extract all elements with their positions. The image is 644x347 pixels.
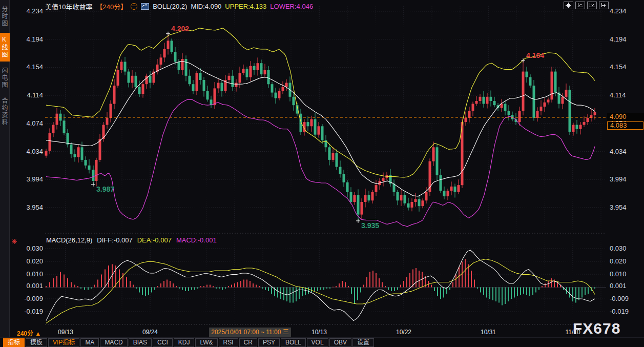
price-axis-label: 3.954 [610, 204, 640, 211]
date-label: 09/13 [58, 329, 73, 336]
price-axis-label: 4.194 [610, 36, 640, 43]
axis-shift-icon[interactable] [599, 2, 609, 9]
boll-mid-value: MID:4.090 [191, 3, 221, 10]
price-axis-label: 4.074 [20, 120, 43, 127]
price-axis-label: 4.194 [20, 36, 43, 43]
price-axis-label: 3.994 [20, 176, 43, 183]
boll-upper-value: UPPER:4.133 [225, 3, 266, 10]
chart-type-sidebar: 分时图K线图闪电图合约资料 [0, 0, 10, 337]
price-axis-label: 3.954 [20, 204, 43, 211]
instrument-title: 美债10年收益率 [45, 2, 92, 11]
time-axis: 240分 ▲ 2025/10/01 07:00 ~ 11:00 三 09/130… [10, 328, 644, 337]
trading-terminal: 3.9874.2023.9354.164 分时图K线图闪电图合约资料 美债10年… [0, 0, 644, 347]
extreme-marker: 4.202 [166, 25, 189, 36]
timeframe-label[interactable]: 240分 ▲ [17, 329, 41, 337]
macd-axis-label: -0.019 [20, 308, 43, 315]
macd-axis-label: 0.030 [20, 245, 43, 252]
date-label: 10/22 [396, 329, 411, 336]
boll-label: BOLL(20,2) [153, 3, 187, 10]
date-label: 10/31 [481, 329, 496, 336]
price-axis-label: 4.114 [610, 92, 640, 99]
toolbar-button-LW&[interactable]: LW& [195, 338, 217, 347]
chart-header: 美债10年收益率 【240分】 BOLL(20,2) MID:4.090 UPP… [45, 2, 313, 10]
price-axis-label: 4.154 [610, 64, 640, 71]
settings-circle-icon[interactable] [131, 3, 137, 10]
svg-text:4.164: 4.164 [526, 51, 544, 59]
macd-axis-label: 0.030 [610, 245, 640, 252]
toolbar-button-KDJ[interactable]: KDJ [174, 338, 195, 347]
chart-canvas[interactable]: 3.9874.2023.9354.164 [0, 0, 644, 347]
macd-label: MACD(26,12,9) [46, 236, 92, 244]
chart-tool-icons [564, 2, 609, 9]
price-axis-label: 4.034 [610, 148, 640, 155]
svg-text:3.987: 3.987 [96, 185, 114, 193]
selected-candle-time: 2025/10/01 07:00 ~ 11:00 三 [209, 328, 291, 337]
macd-axis-label: -0.019 [610, 308, 640, 315]
sidebar-tab-3[interactable]: 合约资料 [0, 94, 10, 129]
macd-header: MACD(26,12,9) DIFF:-0.007 DEA:-0.007 MAC… [46, 236, 217, 244]
macd-diff-value: DIFF:-0.007 [97, 236, 132, 244]
mini-chart-icon[interactable] [141, 3, 149, 10]
period-label[interactable]: 【240分】 [96, 2, 127, 11]
extreme-marker: 3.987 [91, 182, 114, 193]
crosshair-icon[interactable] [564, 2, 573, 9]
boll-lower-value: LOWER:4.046 [270, 3, 313, 10]
svg-text:3.935: 3.935 [361, 221, 379, 230]
macd-dea-value: DEA:-0.007 [137, 236, 172, 244]
macd-axis-label: 0.020 [20, 258, 43, 265]
price-axis-label: 4.234 [20, 8, 43, 15]
sidebar-tab-0[interactable]: 分时图 [0, 3, 10, 30]
candlesticks [45, 34, 596, 221]
price-axis-label: 4.234 [610, 8, 640, 15]
macd-axis-label: -0.009 [20, 295, 43, 302]
toolbar-button-BOLL[interactable]: BOLL [281, 338, 306, 347]
macd-axis-label: 0.001 [20, 282, 43, 290]
extreme-marker: 4.164 [521, 51, 544, 63]
toolbar-button-CCI[interactable]: CCI [153, 338, 173, 347]
toolbar-button-RSI[interactable]: RSI [219, 338, 238, 347]
macd-axis-label: 0.010 [20, 271, 43, 278]
price-axis-label: 4.114 [20, 92, 43, 99]
axis-fit-left-icon[interactable] [575, 2, 585, 9]
date-label: 09/24 [142, 329, 158, 336]
toolbar-button-设置[interactable]: 设置 [352, 338, 374, 347]
toolbar-button-MACD[interactable]: MACD [100, 338, 127, 347]
macd-axis-label: 0.010 [610, 271, 640, 278]
price-axis-label: 4.034 [20, 148, 43, 155]
toolbar-button-VOL[interactable]: VOL [307, 338, 328, 347]
quote-price-box: 4.083 [607, 121, 643, 130]
macd-axis-label: -0.009 [610, 295, 640, 302]
toolbar-button-PSY[interactable]: PSY [258, 338, 280, 347]
toolbar-button-模板[interactable]: 模板 [26, 338, 47, 347]
toolbar-button-指标[interactable]: 指标 [3, 338, 25, 347]
svg-text:4.202: 4.202 [171, 25, 189, 33]
toolbar-button-VIP指标[interactable]: VIP指标 [48, 338, 79, 347]
macd-axis-label: 0.020 [610, 258, 640, 265]
price-axis-label: 3.994 [610, 176, 640, 183]
axis-fit-right-icon[interactable] [587, 2, 597, 9]
date-label: 10/13 [311, 329, 327, 336]
toolbar-button-MA[interactable]: MA [80, 338, 99, 347]
price-axis-label: 4.154 [20, 64, 43, 71]
toolbar-button-CR[interactable]: CR [239, 338, 257, 347]
indicator-star-icon[interactable] [11, 237, 17, 247]
last-price-label: 4.090 [607, 113, 644, 121]
toolbar-button-BIAS[interactable]: BIAS [129, 338, 152, 347]
date-label: 11/10 [565, 329, 580, 336]
macd-macd-value: MACD:-0.001 [176, 236, 217, 244]
toolbar-button-OBV[interactable]: OBV [329, 338, 351, 347]
sidebar-tab-2[interactable]: 闪电图 [0, 64, 10, 92]
sidebar-tab-1[interactable]: K线图 [0, 33, 10, 62]
indicator-toolbar: 指标模板VIP指标MAMACDBIASCCIKDJLW&RSICRPSYBOLL… [0, 337, 644, 347]
macd-axis-label: 0.001 [610, 282, 640, 290]
